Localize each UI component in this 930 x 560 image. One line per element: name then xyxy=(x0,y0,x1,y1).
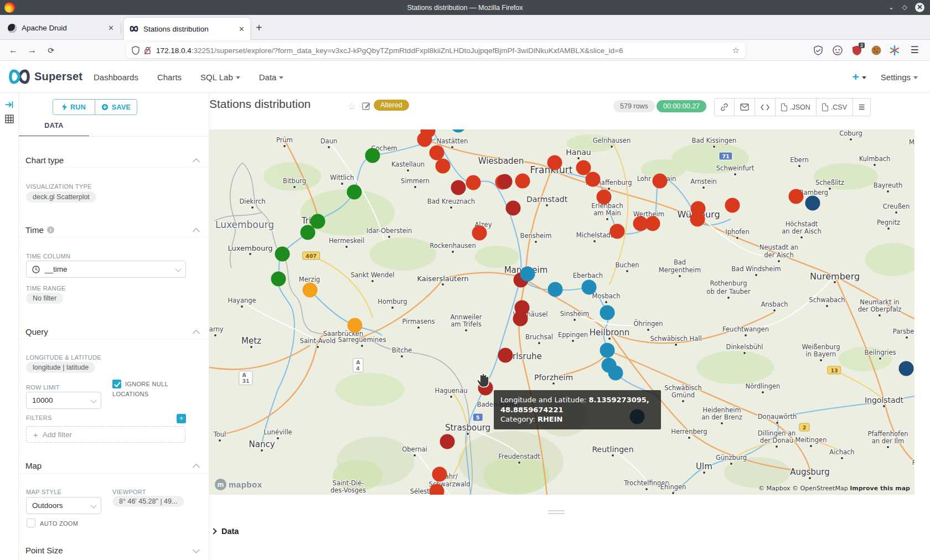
data-point[interactable] xyxy=(365,148,380,163)
data-point[interactable] xyxy=(899,361,914,376)
data-point[interactable] xyxy=(432,467,447,482)
ublock-icon[interactable]: 2 xyxy=(851,45,862,56)
data-point[interactable] xyxy=(789,189,804,204)
data-point[interactable] xyxy=(417,132,432,147)
reload-button[interactable]: ⟳ xyxy=(44,44,58,56)
data-point[interactable] xyxy=(498,174,513,189)
data-point[interactable] xyxy=(506,201,521,216)
data-point[interactable] xyxy=(347,185,362,200)
tab-close-icon[interactable]: ✕ xyxy=(239,25,245,33)
tab-apache-druid[interactable]: Apache Druid ✕ xyxy=(2,18,120,38)
data-point[interactable] xyxy=(547,155,562,170)
section-time[interactable]: Timei xyxy=(25,225,203,235)
favorite-star-icon[interactable]: ☆ xyxy=(348,101,356,112)
url-bar[interactable]: 172.18.0.4:32251/superset/explore/?form_… xyxy=(126,43,745,58)
section-map[interactable]: Map xyxy=(25,461,203,470)
share-link-button[interactable] xyxy=(714,98,735,116)
data-point[interactable] xyxy=(582,280,597,295)
auto-zoom-checkbox[interactable] xyxy=(27,518,35,527)
data-point[interactable] xyxy=(440,434,455,449)
data-point[interactable] xyxy=(805,196,820,211)
map-attribution[interactable]: © Mapbox © OpenStreetMap Improve this ma… xyxy=(758,485,910,492)
new-item-button[interactable]: + xyxy=(852,70,866,84)
add-filter-plus-button[interactable]: + xyxy=(177,414,186,423)
bookmark-star-icon[interactable]: ☆ xyxy=(732,45,740,55)
data-point[interactable] xyxy=(645,216,660,231)
tab-stations-distribution[interactable]: Stations distribution ✕ xyxy=(124,18,250,40)
data-point[interactable] xyxy=(430,484,445,495)
section-point-size[interactable]: Point Size xyxy=(25,546,203,555)
dataset-grid-icon[interactable] xyxy=(4,114,14,124)
tab-close-icon[interactable]: ✕ xyxy=(108,24,114,32)
window-close-icon[interactable]: ✕ xyxy=(915,3,924,12)
data-point[interactable] xyxy=(498,348,513,363)
lonlat-pill[interactable]: longitude | latitude xyxy=(26,362,95,373)
data-point[interactable] xyxy=(303,283,318,298)
privacy-mask-icon[interactable] xyxy=(832,45,843,56)
more-options-button[interactable]: ☰ xyxy=(853,98,871,116)
ignore-null-checkbox[interactable] xyxy=(112,380,121,388)
time-column-select[interactable]: __time xyxy=(26,261,186,278)
time-range-pill[interactable]: No filter xyxy=(26,293,63,304)
expand-panel-icon[interactable] xyxy=(4,100,14,110)
forward-button[interactable]: → xyxy=(25,44,39,56)
new-tab-button[interactable]: + xyxy=(256,22,262,34)
data-point[interactable] xyxy=(691,201,706,216)
data-point[interactable] xyxy=(451,180,466,195)
add-filter-box[interactable]: +Add filter xyxy=(26,426,185,443)
mapbox-logo[interactable]: m mapbox xyxy=(215,479,262,490)
data-point[interactable] xyxy=(436,159,451,174)
data-point[interactable] xyxy=(271,272,286,287)
multi-account-icon[interactable] xyxy=(889,45,900,56)
edit-properties-icon[interactable] xyxy=(362,101,371,110)
data-point[interactable] xyxy=(301,225,316,240)
insecure-lock-icon[interactable] xyxy=(144,46,151,55)
run-button[interactable]: RUN xyxy=(53,100,95,115)
nav-item-sql-lab[interactable]: SQL Lab xyxy=(200,72,240,82)
altered-badge[interactable]: Altered xyxy=(374,100,409,111)
save-button[interactable]: SAVE xyxy=(95,100,137,115)
section-chart-type[interactable]: Chart type xyxy=(25,155,203,165)
row-limit-select[interactable]: 10000 xyxy=(26,392,101,409)
data-point[interactable] xyxy=(520,267,535,282)
data-point[interactable] xyxy=(653,174,668,189)
data-point[interactable] xyxy=(466,175,481,190)
permissions-shield-icon[interactable] xyxy=(132,46,140,55)
nav-item-charts[interactable]: Charts xyxy=(157,72,182,82)
section-query[interactable]: Query xyxy=(25,327,203,336)
data-point[interactable] xyxy=(548,282,563,297)
map-canvas[interactable]: PrümDaunCochemNastättenGelnhausenBad Kis… xyxy=(209,129,914,495)
viz-type-pill[interactable]: deck.gl Scatterplot xyxy=(26,191,96,203)
email-button[interactable] xyxy=(735,98,755,116)
data-point[interactable] xyxy=(513,312,528,326)
settings-menu[interactable]: Settings xyxy=(881,72,918,82)
export-csv-button[interactable]: .CSV xyxy=(817,98,853,116)
data-point[interactable] xyxy=(348,318,363,333)
tab-data[interactable]: DATA xyxy=(19,122,89,129)
menu-hamburger-icon[interactable]: ☰ xyxy=(909,45,920,56)
nav-item-data[interactable]: Data xyxy=(259,72,284,82)
map-style-select[interactable]: Outdoors xyxy=(26,497,101,514)
superset-logo[interactable]: Superset xyxy=(8,69,82,85)
back-button[interactable]: ← xyxy=(7,44,20,56)
data-collapse-row[interactable]: Data xyxy=(211,527,239,536)
window-minimize-icon[interactable]: ⌄ xyxy=(887,3,896,12)
data-point[interactable] xyxy=(610,224,625,239)
data-point[interactable] xyxy=(608,366,623,381)
data-point[interactable] xyxy=(600,305,615,320)
embed-code-button[interactable] xyxy=(755,98,776,116)
data-point[interactable] xyxy=(515,174,530,189)
window-maximize-icon[interactable]: ◇ xyxy=(900,3,909,12)
drag-handle[interactable] xyxy=(548,510,565,516)
cookie-icon[interactable] xyxy=(871,45,882,56)
data-point[interactable] xyxy=(472,226,487,241)
extension-shield-icon[interactable] xyxy=(813,45,824,56)
data-point[interactable] xyxy=(430,146,445,160)
data-point[interactable] xyxy=(600,343,615,358)
export-json-button[interactable]: .JSON xyxy=(776,98,817,116)
data-point[interactable] xyxy=(275,247,290,262)
data-point[interactable] xyxy=(725,198,740,213)
data-point[interactable] xyxy=(597,190,612,205)
nav-item-dashboards[interactable]: Dashboards xyxy=(94,72,138,82)
data-point[interactable] xyxy=(586,172,601,187)
